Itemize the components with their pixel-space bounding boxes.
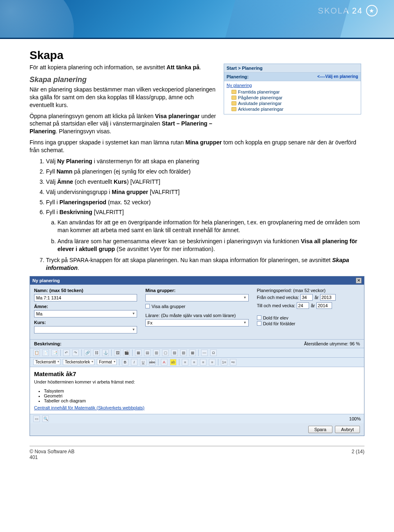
larare-label: Lärare: (Du måste själv vara vald som lä… <box>145 313 248 318</box>
tb-icon[interactable]: 📋 <box>33 349 40 356</box>
checkbox-icon <box>257 321 261 326</box>
folder-item[interactable]: Pågående planeringar <box>231 95 358 100</box>
format-select[interactable]: Format <box>97 359 117 365</box>
media-icon[interactable]: 🎬 <box>123 349 130 356</box>
forecolor-icon[interactable]: A <box>161 359 167 365</box>
panel-hint: <----Välj en planering <box>317 74 358 79</box>
tb-icon[interactable]: ▧ <box>171 349 178 356</box>
tb-icon[interactable]: 📑 <box>51 349 58 356</box>
brand-name: SKOLA 24 <box>318 6 363 16</box>
font-size-select[interactable]: Teckenstorlek <box>63 359 94 365</box>
namn-label: Namn: (max 50 tecken) <box>34 288 137 293</box>
minagrupper-label: Mina grupper: <box>145 288 248 293</box>
search-icon[interactable]: 🔍 <box>42 416 49 422</box>
to-week-field[interactable]: 24 <box>297 302 309 309</box>
align-right-icon[interactable]: ≡ <box>200 359 206 365</box>
folder-icon <box>231 96 236 100</box>
section-h2: Skapa planering <box>30 75 217 84</box>
tb-icon[interactable]: ▨ <box>180 349 187 356</box>
amne-select[interactable]: Ma▼ <box>34 310 137 317</box>
copyright: © Nova Software AB <box>30 449 75 454</box>
rte-paragraph: Under höstterminen kommer vi arbeta främ… <box>34 379 360 385</box>
save-button[interactable]: Spara <box>308 426 332 433</box>
underline-icon[interactable]: U <box>140 359 147 365</box>
larare-select[interactable]: Fx▼ <box>145 319 248 327</box>
html-view-icon[interactable]: ▭ <box>33 416 40 422</box>
strike-icon[interactable]: abc <box>149 359 156 365</box>
align-left-icon[interactable]: ≡ <box>182 359 188 365</box>
folder-item[interactable]: Avslutade planeringar <box>231 101 358 106</box>
tb-icon[interactable]: ▩ <box>189 349 196 356</box>
list-item: Andra lärare som har gemensamma elever k… <box>57 237 364 253</box>
chevron-down-icon: ▼ <box>132 312 135 315</box>
minagrupper-select[interactable]: ▼ <box>145 294 248 301</box>
tb-icon[interactable]: 📄 <box>42 349 49 356</box>
charmap-icon[interactable]: Ω <box>210 349 217 356</box>
list-item: Tryck på SPARA-knappen för att skapa pla… <box>46 256 364 272</box>
new-planning-link[interactable]: Ny planering <box>227 83 358 88</box>
side-panel: Start > Planering Planering: <----Välj e… <box>224 64 361 114</box>
link-icon[interactable]: 🔗 <box>84 349 91 356</box>
rte-editor[interactable]: Matematik åk7 Under höstterminen kommer … <box>30 367 364 414</box>
editor-dialog: Ny planering ✕ Namn: (max 50 tecken) Ma … <box>30 276 364 436</box>
intro-p3: Öppna planeringsvyn genom att klicka på … <box>30 112 217 136</box>
rte-toolbar-1: 📋 📄 📑 ↶ ↷ 🔗 ⛓ ⚓ 🖼 🎬 ▦ ▤ ▥ ▢ ▧ ▨ ▩ — Ω <box>30 348 364 358</box>
to-year-field[interactable]: 2014 <box>316 302 332 309</box>
table-icon[interactable]: ▦ <box>135 349 142 356</box>
anchor-icon[interactable]: ⚓ <box>102 349 109 356</box>
bold-icon[interactable]: B <box>122 359 128 365</box>
footer-code: 401 <box>30 454 75 460</box>
align-center-icon[interactable]: ≡ <box>191 359 197 365</box>
header-banner: SKOLA 24 ★ <box>0 0 394 38</box>
checkbox-icon <box>145 304 150 308</box>
tb-icon[interactable]: ▢ <box>162 349 169 356</box>
rte-link[interactable]: Centralt innehåll för Matematik (Skolver… <box>34 405 144 410</box>
visa-alla-checkbox[interactable]: Visa alla grupper <box>145 304 248 309</box>
kurs-label: Kurs: <box>34 320 137 325</box>
redo-icon[interactable]: ↷ <box>72 349 79 356</box>
from-year-field[interactable]: 2013 <box>320 294 336 301</box>
chevron-down-icon: ▼ <box>132 328 135 331</box>
align-justify-icon[interactable]: ≡ <box>209 359 215 365</box>
beskrivning-bar: Beskrivning: Återstående utrymme: 96 % <box>30 340 364 348</box>
namn-field[interactable]: Ma 7:1 1314 <box>34 294 137 301</box>
font-family-select[interactable]: Teckensnitt <box>33 359 60 365</box>
hr-icon[interactable]: — <box>201 349 208 356</box>
cancel-button[interactable]: Avbryt <box>335 426 360 433</box>
dold-foralder-checkbox[interactable]: Dold för förälder <box>257 321 360 326</box>
image-icon[interactable]: 🖼 <box>114 349 121 356</box>
dold-elev-checkbox[interactable]: Dold för elev <box>257 315 360 320</box>
list-item: Välj Ny Planering i vänstermenyn för att… <box>46 158 364 165</box>
rte-footer: ▭ 🔍 100% <box>30 414 364 423</box>
ol-icon[interactable]: 1≡ <box>221 359 227 365</box>
page-number: 2 (14) <box>352 449 364 460</box>
from-week-field[interactable]: 34 <box>300 294 313 301</box>
unlink-icon[interactable]: ⛓ <box>93 349 100 356</box>
folder-item[interactable]: Framtida planeringar <box>231 89 358 94</box>
sub-ordered-list: Kan användas för att ge en övergripande … <box>46 219 364 253</box>
period-label: Planeringsperiod: (max 52 veckor) <box>257 288 360 293</box>
rte-list-item: Tabeller och diagram <box>44 398 360 403</box>
brand-star-icon: ★ <box>366 5 378 16</box>
main-ordered-list: Välj Ny Planering i vänstermenyn för att… <box>30 158 364 272</box>
backcolor-icon[interactable]: ab <box>170 359 176 365</box>
rte-list-item: Geometri <box>44 393 360 398</box>
panel-section-header: Planering: <----Välj en planering <box>224 73 361 81</box>
close-icon[interactable]: ✕ <box>356 278 362 283</box>
tb-icon[interactable]: ▤ <box>144 349 151 356</box>
editor-title: Ny planering <box>32 278 60 283</box>
folder-icon <box>231 107 236 111</box>
rte-heading: Matematik åk7 <box>34 370 360 377</box>
amne-label: Ämne: <box>34 304 137 309</box>
zoom-level: 100% <box>349 416 361 421</box>
folder-item[interactable]: Arkiverade planeringar <box>231 107 358 112</box>
breadcrumb: Start > Planering <box>224 64 361 73</box>
list-item: Välj undervisningsgrupp i Mina grupper [… <box>46 188 364 196</box>
italic-icon[interactable]: I <box>131 359 137 365</box>
rte-list-item: Talsystem <box>44 388 360 393</box>
intro-p1: För att kopiera planering och informatio… <box>30 64 217 71</box>
kurs-select[interactable]: ▼ <box>34 326 137 333</box>
undo-icon[interactable]: ↶ <box>63 349 70 356</box>
ul-icon[interactable]: •≡ <box>230 359 236 365</box>
tb-icon[interactable]: ▥ <box>153 349 160 356</box>
